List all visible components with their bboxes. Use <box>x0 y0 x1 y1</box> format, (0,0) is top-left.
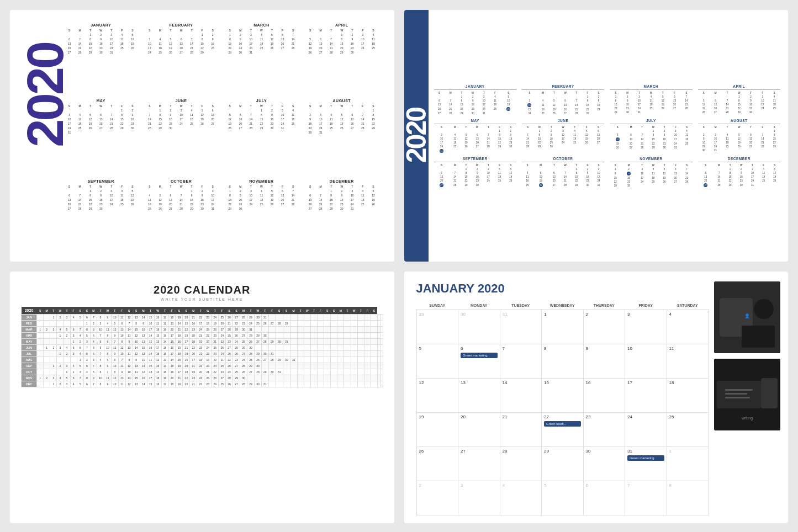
blue-sidebar: 2020 <box>404 10 429 262</box>
day-cell: 11 <box>667 344 709 379</box>
year-watermark: 2020 <box>20 43 71 147</box>
table-row: MAY1234567891011121314151617181920212223… <box>22 339 383 345</box>
table-wrap: 2020SMTWTFSSMTWTFSSMTWTFSSMTWTFSSMTWTFSS… <box>21 307 383 514</box>
day-header: MONDAY <box>458 301 500 310</box>
mini-calendar-2: SEPTEMBERSMTWTFS123456789101112131415161… <box>434 157 516 188</box>
day-cell: 6Green marketing <box>458 344 500 379</box>
day-cell: 26 <box>416 447 458 481</box>
slide-january: JANUARY 2020 SUNDAYMONDAYTUESDAYWEDNESDA… <box>404 272 789 523</box>
calendar-content: JANUARYSMTWTFS12345678910111213141516171… <box>429 10 789 262</box>
month-title-blue: 2020 <box>478 281 505 295</box>
day-cell: 22Green mark... <box>542 413 584 447</box>
day-cell: 9 <box>583 344 625 379</box>
svg-rect-10 <box>761 378 778 408</box>
mini-calendar: NOVEMBERSMTWTFS1234567891011121314151617… <box>225 179 298 251</box>
mini-calendar: SEPTEMBERSMTWTFS123456789101112131415161… <box>64 179 138 251</box>
mini-calendar: JULYSMTWTFS12345678910111213141516171819… <box>225 99 298 174</box>
day-cell: 5 <box>416 344 458 379</box>
day-cell: 1 <box>667 447 709 481</box>
mini-calendar: MARCHSMTWTFS1234567891011121314151617181… <box>225 23 298 94</box>
mini-calendar-2: MAYSMTWTFS123456789101112131415161718192… <box>434 119 516 153</box>
week-row: 56Green marketing7891011 <box>416 344 709 379</box>
slide-calendar-table: 2020 CALENDAR WRITE YOUR SUBTITLE HERE 2… <box>10 272 394 523</box>
mini-calendar: DECEMBERSMTWTFS1234567891011121314151617… <box>305 179 378 251</box>
day-cell: 7 <box>625 481 667 515</box>
day-cell: 16 <box>583 379 625 413</box>
svg-rect-9 <box>725 397 750 398</box>
day-header: FRIDAY <box>625 301 667 310</box>
day-cell: 25 <box>667 413 709 447</box>
mini-calendar: MAYSMTWTFS123456789101112131415161718192… <box>64 99 138 174</box>
day-cell: 19 <box>416 413 458 447</box>
mini-calendar: JUNESMTWTFS12345678910111213141516171819… <box>144 99 218 174</box>
photo-2: writing <box>714 359 780 430</box>
day-cell: 5 <box>542 481 584 515</box>
day-header: SATURDAY <box>667 301 709 310</box>
photo-1: 👤 <box>714 281 780 353</box>
table-row: SEP1234567891011121314151617181920212223… <box>22 363 383 369</box>
day-cell: 12 <box>416 379 458 413</box>
day-cell: 8 <box>667 481 709 515</box>
day-cell: 2 <box>583 310 625 344</box>
table-row: MAR1234567891011121314151617181920212223… <box>22 327 383 333</box>
day-cell: 27 <box>458 447 500 481</box>
monthly-left: JANUARY 2020 SUNDAYMONDAYTUESDAYWEDNESDA… <box>416 281 709 515</box>
slide3-subtitle: WRITE YOUR SUBTITLE HERE <box>21 297 383 301</box>
svg-text:writing: writing <box>741 416 753 421</box>
slide-year-calendar-2: 2020 JANUARYSMTWTFS123456789101112131415… <box>404 10 789 262</box>
table-row: FEB1234567891011121314151617181920212223… <box>22 321 383 327</box>
mini-calendar-2: FEBRUARYSMTWTFS1234567891011121314151617… <box>522 84 604 115</box>
day-cell: 7 <box>500 344 542 379</box>
year-sidebar-text: 2020 <box>404 108 432 163</box>
week-row: 262728293031Green marketing1 <box>416 447 709 481</box>
month-title: JANUARY 2020 <box>416 281 709 296</box>
mini-calendar: AUGUSTSMTWTFS123456789101112131415161718… <box>305 99 378 174</box>
mini-calendar-2: JULYSMTWTFS12345678910111213141516171819… <box>610 119 692 153</box>
day-cell: 17 <box>625 379 667 413</box>
monthly-table: SUNDAYMONDAYTUESDAYWEDNESDAYTHURSDAYFRID… <box>416 301 709 515</box>
table-row: DEC1234567891011121314151617181920212223… <box>22 381 383 387</box>
svg-rect-8 <box>725 393 747 395</box>
day-cell: 29 <box>416 310 458 344</box>
mini-calendar: FEBRUARYSMTWTFS1234567891011121314151617… <box>144 23 218 94</box>
mini-calendar-2: OCTOBERSMTWTFS12345678910111213141516171… <box>522 157 604 188</box>
mini-calendar-2: JANUARYSMTWTFS12345678910111213141516171… <box>434 84 516 115</box>
table-row: JUL1234567891011121314151617181920212223… <box>22 351 383 357</box>
photos-column: 👤 writing <box>714 281 780 515</box>
week-row: 12131415161718 <box>416 379 709 413</box>
day-cell: 10 <box>625 344 667 379</box>
day-cell: 15 <box>542 379 584 413</box>
table-row: JAN1234567891011121314151617181920212223… <box>22 315 383 321</box>
calendar-grid-2: JANUARYSMTWTFS12345678910111213141516171… <box>434 84 781 188</box>
year-table: 2020SMTWTFSSMTWTFSSMTWTFSSMTWTFSSMTWTFSS… <box>21 307 383 387</box>
day-cell: 4 <box>667 310 709 344</box>
mini-calendar: JANUARYSMTWTFS12345678910111213141516171… <box>64 23 138 94</box>
day-cell: 30 <box>458 310 500 344</box>
day-cell: 24 <box>625 413 667 447</box>
mini-calendar-2: MARCHSMTWTFS1234567891011121314151617181… <box>610 84 692 115</box>
mini-calendar-2: AUGUSTSMTWTFS123456789101112131415161718… <box>698 119 780 153</box>
day-cell: 3 <box>458 481 500 515</box>
mini-calendar: APRILSMTWTFS1234567891011121314151617181… <box>305 23 378 94</box>
day-cell: 31 <box>500 310 542 344</box>
day-cell: 18 <box>667 379 709 413</box>
day-cell: 4 <box>500 481 542 515</box>
svg-rect-3 <box>742 326 775 348</box>
svg-text:👤: 👤 <box>744 313 750 318</box>
day-header: WEDNESDAY <box>542 301 584 310</box>
day-header: TUESDAY <box>500 301 542 310</box>
week-row: 2930311234 <box>416 310 709 344</box>
mini-calendar-2: JUNESMTWTFS12345678910111213141516171819… <box>522 119 604 153</box>
day-cell: 31Green marketing <box>625 447 667 481</box>
month-title-black: JANUARY <box>416 281 474 295</box>
day-cell: 3 <box>625 310 667 344</box>
day-cell: 20 <box>458 413 500 447</box>
day-cell: 28 <box>500 447 542 481</box>
day-header: SUNDAY <box>416 301 458 310</box>
svg-point-2 <box>754 299 774 319</box>
mini-calendar-2: DECEMBERSMTWTFS1234567891011121314151617… <box>698 157 780 188</box>
svg-rect-7 <box>725 389 753 391</box>
mini-calendar: OCTOBERSMTWTFS12345678910111213141516171… <box>144 179 218 251</box>
day-cell: 1 <box>542 310 584 344</box>
week-row: 2345678 <box>416 481 709 515</box>
